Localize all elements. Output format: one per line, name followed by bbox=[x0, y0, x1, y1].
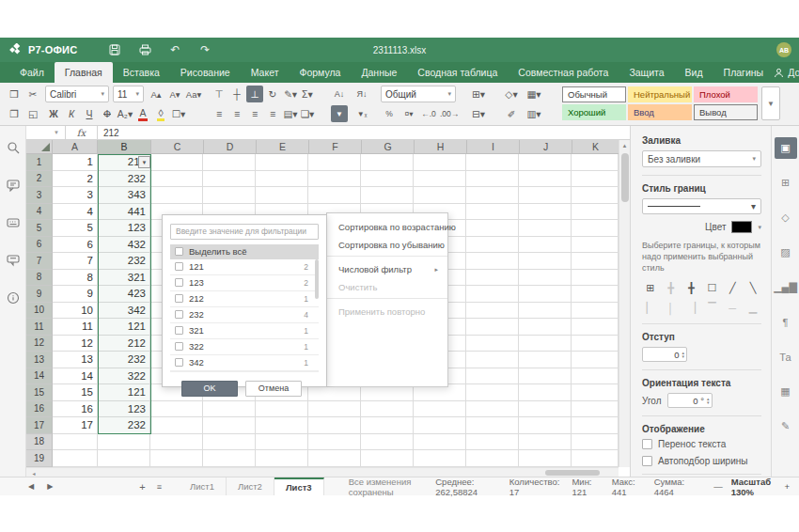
cell-style-chip[interactable]: Нейтральный bbox=[628, 86, 692, 102]
shape-settings-icon[interactable]: ◇ bbox=[775, 207, 797, 228]
cell[interactable] bbox=[414, 401, 466, 418]
cell[interactable] bbox=[308, 171, 361, 188]
currency-style-icon[interactable]: ¤▾ bbox=[400, 105, 417, 122]
filter-value-row[interactable]: 212 1 bbox=[170, 291, 319, 307]
cell[interactable] bbox=[361, 450, 414, 467]
cell[interactable] bbox=[466, 319, 519, 336]
undo-icon[interactable]: ↶ bbox=[167, 42, 182, 57]
sort-desc-icon[interactable]: Я↓ bbox=[353, 86, 370, 102]
cell[interactable] bbox=[361, 434, 414, 451]
cell[interactable] bbox=[519, 237, 572, 254]
select-all-row[interactable]: Выделить всё bbox=[170, 244, 319, 259]
cell[interactable] bbox=[572, 450, 619, 467]
cell[interactable] bbox=[572, 253, 619, 270]
table-settings-icon[interactable]: ⊞ bbox=[775, 172, 797, 194]
cell[interactable] bbox=[519, 171, 572, 188]
cell[interactable] bbox=[203, 417, 256, 434]
font-name-combo[interactable]: Calibri▾ bbox=[45, 86, 109, 102]
wrap-text-checkbox[interactable] bbox=[642, 439, 652, 449]
cell-col-b[interactable]: 123 bbox=[98, 220, 150, 237]
cell-col-b[interactable]: 232 bbox=[98, 171, 150, 188]
cell-col-b[interactable]: 121 bbox=[98, 319, 150, 336]
chart-settings-icon[interactable]: ▁▄▇ bbox=[775, 276, 797, 298]
cell[interactable] bbox=[519, 319, 572, 336]
named-ranges-icon[interactable]: ❏▾ bbox=[299, 105, 316, 122]
border-inner-v-icon[interactable]: │ bbox=[663, 300, 680, 316]
zoom-out-button[interactable]: — bbox=[713, 481, 723, 492]
cell[interactable] bbox=[572, 303, 619, 320]
cell-col-b[interactable]: 121 bbox=[98, 384, 150, 401]
cell[interactable] bbox=[572, 187, 619, 204]
row-header[interactable]: 3 bbox=[26, 187, 53, 204]
feedback-icon[interactable] bbox=[5, 252, 22, 269]
row-header[interactable]: 2 bbox=[26, 171, 53, 188]
cell-col-b[interactable]: 342 bbox=[98, 303, 150, 320]
cell[interactable] bbox=[466, 434, 519, 451]
filter-value-row[interactable]: 322 1 bbox=[170, 339, 319, 355]
cell[interactable] bbox=[572, 286, 619, 303]
cell[interactable] bbox=[572, 204, 619, 221]
sheet-list-icon[interactable]: ≡ bbox=[157, 482, 162, 492]
cell-col-a[interactable]: 2 bbox=[53, 171, 98, 188]
border-color-swatch[interactable] bbox=[731, 221, 752, 233]
align-center-icon[interactable]: ≡ bbox=[228, 105, 245, 122]
cell[interactable] bbox=[414, 171, 466, 188]
cell-col-b[interactable]: 432 bbox=[98, 237, 150, 254]
cell[interactable] bbox=[519, 270, 572, 287]
cell[interactable] bbox=[466, 171, 519, 188]
add-sheet-icon[interactable]: + bbox=[139, 481, 145, 493]
signature-settings-icon[interactable]: ✎ bbox=[775, 415, 797, 437]
filter-value-row[interactable]: 321 1 bbox=[170, 323, 319, 339]
cell[interactable] bbox=[466, 220, 519, 237]
cell[interactable] bbox=[414, 450, 466, 467]
cell[interactable] bbox=[466, 286, 519, 303]
cell[interactable] bbox=[572, 220, 619, 237]
row-header[interactable]: 12 bbox=[26, 336, 53, 352]
sheet-tab[interactable]: Лист1 bbox=[179, 477, 227, 495]
select-all-corner[interactable] bbox=[26, 140, 53, 154]
cell-col-a[interactable]: 8 bbox=[53, 270, 98, 287]
cell[interactable] bbox=[361, 171, 414, 188]
cell[interactable] bbox=[572, 154, 619, 171]
cell[interactable] bbox=[519, 401, 572, 418]
cell-borders-icon[interactable]: ☐▾ bbox=[170, 105, 187, 122]
save-icon[interactable] bbox=[107, 42, 122, 57]
menu-tab[interactable]: Макет bbox=[241, 62, 290, 83]
cell[interactable] bbox=[519, 336, 572, 352]
cell[interactable] bbox=[256, 154, 308, 171]
cell[interactable] bbox=[519, 368, 572, 385]
cell[interactable] bbox=[150, 171, 203, 188]
font-increase-icon[interactable]: A▴ bbox=[148, 86, 164, 102]
border-outer-icon[interactable]: ☐ bbox=[703, 280, 720, 296]
select-all-checkbox[interactable] bbox=[175, 247, 183, 256]
column-header[interactable]: C bbox=[151, 140, 204, 154]
cell[interactable] bbox=[466, 253, 519, 270]
cell[interactable] bbox=[466, 303, 519, 320]
cond-format-icon[interactable]: ▦▾ bbox=[525, 86, 542, 102]
font-size-combo[interactable]: 11▾ bbox=[113, 86, 144, 102]
cell[interactable] bbox=[466, 352, 519, 368]
cell[interactable] bbox=[256, 417, 308, 434]
cell[interactable] bbox=[414, 187, 466, 204]
menu-tab[interactable]: Плагины bbox=[713, 62, 775, 83]
cell[interactable] bbox=[466, 384, 519, 401]
cell-col-b[interactable]: 232 bbox=[98, 417, 150, 434]
sheet-next-icon[interactable]: ▶ bbox=[47, 482, 53, 491]
menu-tab[interactable]: Сводная таблица bbox=[407, 62, 508, 83]
highlight-color-icon[interactable]: ◊ bbox=[152, 105, 169, 122]
insert-cells-icon[interactable]: ⊞▾ bbox=[470, 86, 487, 102]
cell[interactable] bbox=[572, 384, 619, 401]
italic-icon[interactable]: К bbox=[63, 105, 80, 122]
border-cross-icon[interactable]: ╋ bbox=[683, 280, 700, 296]
pivot-settings-icon[interactable]: ▦ bbox=[775, 381, 797, 402]
cell[interactable] bbox=[466, 154, 519, 171]
column-header[interactable]: F bbox=[309, 140, 362, 154]
formula-input[interactable]: 212 bbox=[98, 128, 119, 138]
value-checkbox[interactable] bbox=[175, 358, 183, 367]
cell[interactable] bbox=[203, 171, 256, 188]
cell[interactable] bbox=[256, 434, 308, 451]
border-bottom-icon[interactable]: ▁ bbox=[744, 300, 761, 316]
cell[interactable] bbox=[150, 187, 203, 204]
cut-icon[interactable]: ✂ bbox=[24, 86, 41, 102]
border-diag-down-icon[interactable]: ╲ bbox=[744, 280, 761, 296]
